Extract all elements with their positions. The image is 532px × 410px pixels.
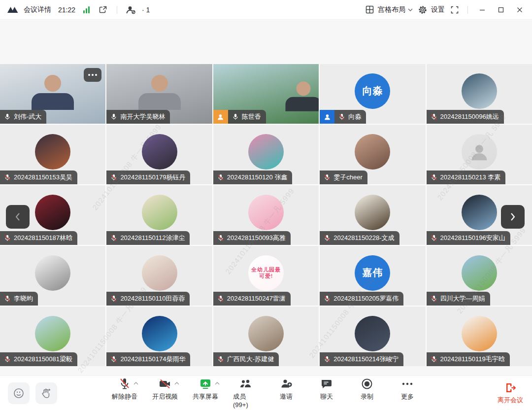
avatar xyxy=(35,134,70,170)
leave-meeting-icon xyxy=(504,382,516,394)
participant-tile[interactable]: 嘉伟2024281150205罗嘉伟 xyxy=(320,246,425,306)
name-label: 2024281150187林晗 xyxy=(0,231,77,245)
previous-page-button[interactable] xyxy=(6,205,30,229)
reactions-button[interactable] xyxy=(8,382,30,404)
name-label: 四川大学—周娟 xyxy=(427,292,490,306)
participant-name: 广西民大-苏建健 xyxy=(227,355,274,364)
participant-tile[interactable]: 2024281150228-文成 xyxy=(320,185,425,245)
avatar xyxy=(462,255,497,291)
start-video-button[interactable]: 开启视频 xyxy=(152,377,178,401)
participant-name: 2024281150196安家山 xyxy=(440,234,505,242)
participant-tile[interactable]: 2024281150119毛宇晗 xyxy=(427,307,532,366)
gear-icon xyxy=(417,4,429,16)
participant-tile[interactable]: 2024281150120 张鑫 xyxy=(213,125,319,184)
maximize-button[interactable] xyxy=(494,3,508,17)
start-video-label: 开启视频 xyxy=(152,392,178,401)
chat-button[interactable]: 聊天 xyxy=(314,377,339,401)
chat-label: 聊天 xyxy=(320,392,333,401)
chevron-up-icon[interactable] xyxy=(174,382,179,385)
share-screen-button[interactable]: 共享屏幕 xyxy=(193,377,218,401)
mic-muted-icon xyxy=(4,356,11,363)
participant-tile[interactable]: 2024281150093高雅 xyxy=(213,185,319,245)
record-label: 录制 xyxy=(361,392,373,401)
name-label: 2024281150247雷潇 xyxy=(213,292,291,306)
avatar xyxy=(462,316,497,351)
avatar xyxy=(248,134,284,170)
share-window-icon[interactable] xyxy=(97,4,109,16)
chevron-up-icon[interactable] xyxy=(215,382,220,385)
participant-name: 2024281150112涂津尘 xyxy=(120,234,185,242)
avatar xyxy=(248,316,284,351)
divider xyxy=(117,6,117,14)
avatar xyxy=(462,134,497,170)
participant-tile[interactable]: 2024281150153吴昊 xyxy=(0,125,105,184)
name-label: 2024281150093高雅 xyxy=(213,231,291,245)
participant-tile[interactable]: 广西民大-苏建健 xyxy=(213,307,319,366)
participant-name: 2024281150214张峻宁 xyxy=(333,355,399,364)
name-label: 2024281150120 张鑫 xyxy=(213,171,293,184)
mic-muted-icon xyxy=(4,235,11,241)
participant-tile[interactable]: 刘伟-武大 xyxy=(0,64,105,124)
mic-muted-icon xyxy=(217,356,224,363)
close-button[interactable] xyxy=(512,3,527,17)
meeting-details-link[interactable]: 会议详情 xyxy=(24,5,51,14)
unmute-button[interactable]: 解除静音 xyxy=(112,377,137,401)
minimize-button[interactable] xyxy=(475,3,490,17)
participant-tile[interactable]: 雯子cheer xyxy=(320,125,425,184)
mic-muted-icon xyxy=(324,174,331,181)
avatar xyxy=(142,195,177,230)
more-button[interactable]: 更多 xyxy=(395,377,420,401)
hidden-participants-icon[interactable] xyxy=(125,4,137,16)
participant-tile[interactable]: 2024281150174柴雨华 xyxy=(106,307,212,366)
person-silhouette xyxy=(106,75,212,110)
record-button[interactable]: 录制 xyxy=(354,377,380,401)
participant-tile[interactable]: 南开大学吴晓林 xyxy=(106,64,212,124)
name-label: 2024281150112涂津尘 xyxy=(106,231,190,245)
leave-meeting-button[interactable]: 离开会议 xyxy=(498,382,523,405)
participant-tile[interactable]: 2024281150179杨钰丹 xyxy=(106,125,212,184)
participant-tile[interactable]: 向淼向淼 xyxy=(320,64,425,124)
layout-selector[interactable]: 宫格布局 xyxy=(364,4,413,16)
avatar xyxy=(462,195,497,230)
participant-tile[interactable]: 2024281150213 李素 xyxy=(427,125,532,184)
share-screen-icon xyxy=(199,378,212,390)
fullscreen-icon[interactable] xyxy=(449,4,461,16)
participant-tile[interactable]: 2024281150214张峻宁 xyxy=(320,307,425,366)
participant-name: 李晓昀 xyxy=(14,294,33,303)
name-label: 2024281150110田蓉蓉 xyxy=(106,292,190,306)
participant-tile[interactable]: 2024281150081梁毅 xyxy=(0,307,105,366)
participant-tile[interactable]: 陈世香 xyxy=(213,64,319,124)
participant-tile[interactable]: 2024281150112涂津尘 xyxy=(106,185,212,245)
chevron-up-icon[interactable] xyxy=(133,382,138,385)
invite-button[interactable]: 邀请 xyxy=(273,377,299,401)
name-label: 2024281150179杨钰丹 xyxy=(106,171,190,184)
tile-more-button[interactable] xyxy=(84,68,101,82)
mic-muted-icon xyxy=(110,295,117,302)
record-icon xyxy=(361,378,373,390)
members-button[interactable]: 成员(99+) xyxy=(233,377,259,409)
avatar xyxy=(462,73,497,109)
participant-name: 陈世香 xyxy=(242,112,261,121)
participant-tile[interactable]: 2024281150110田蓉蓉 xyxy=(106,246,212,306)
raise-hand-button[interactable] xyxy=(35,382,57,404)
participant-tile[interactable]: 全幼儿园最可爱!2024281150247雷潇 xyxy=(213,246,319,306)
more-dots-icon xyxy=(401,378,414,390)
mic-on-icon xyxy=(4,113,11,120)
participant-tile[interactable]: 李晓昀 xyxy=(0,246,105,306)
avatar xyxy=(35,316,70,351)
participant-tile[interactable]: 四川大学—周娟 xyxy=(427,246,532,306)
next-page-button[interactable] xyxy=(501,205,525,229)
name-label: 李晓昀 xyxy=(0,292,38,306)
participant-name: 向淼 xyxy=(348,112,361,121)
network-signal-icon xyxy=(80,4,92,16)
name-label: 2024281150081梁毅 xyxy=(0,352,77,366)
avatar-initials: 全幼儿园最可爱! xyxy=(248,265,284,281)
settings-button[interactable]: 设置 xyxy=(417,4,445,16)
participant-grid: 刘伟-武大南开大学吴晓林陈世香向淼向淼2024281150096姚远202428… xyxy=(0,64,532,366)
role-badge-icon xyxy=(213,110,228,124)
name-label: 2024281150214张峻宁 xyxy=(320,352,403,366)
participant-tile[interactable]: 2024281150096姚远 xyxy=(427,64,532,124)
mic-muted-icon xyxy=(110,356,117,363)
avatar xyxy=(355,316,390,351)
raise-hand-icon xyxy=(40,387,52,399)
